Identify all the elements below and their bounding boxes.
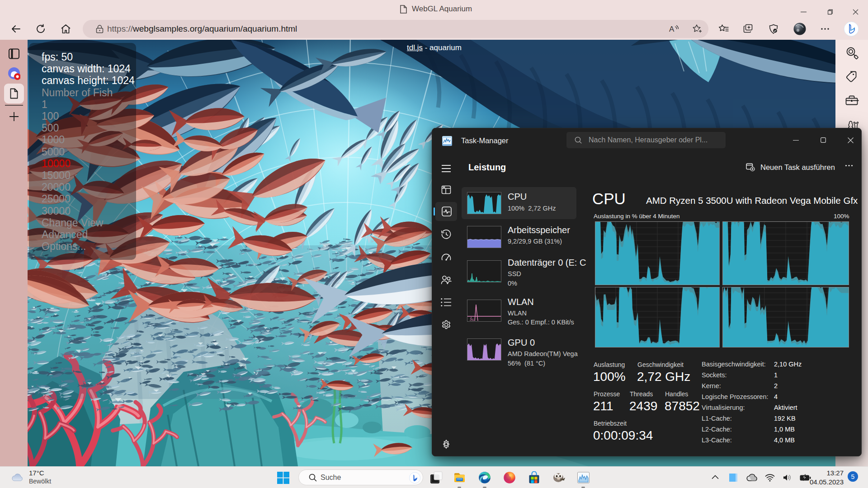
svg-text:A: A [669,25,675,33]
